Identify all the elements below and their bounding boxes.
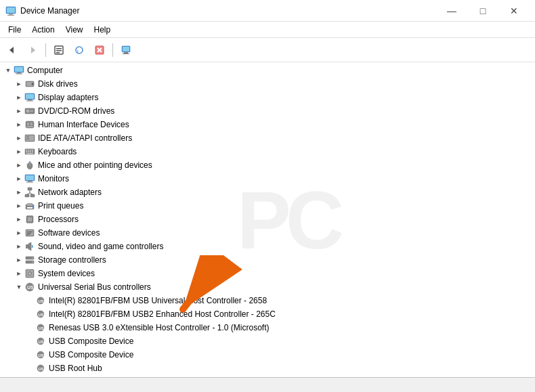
tree-item-disk-drives[interactable]: ► Disk drives bbox=[0, 77, 535, 91]
computer-icon bbox=[14, 65, 24, 76]
tree-item-usb-intel1[interactable]: USB Intel(R) 82801FB/FBM USB Universal H… bbox=[0, 294, 535, 307]
tree-item-usb[interactable]: ▼ USB Universal Serial Bus controllers bbox=[0, 280, 535, 294]
tree-item-usb-renesas[interactable]: USB Renesas USB 3.0 eXtensible Host Cont… bbox=[0, 321, 535, 334]
expand-sound[interactable]: ► bbox=[14, 241, 24, 252]
back-button[interactable] bbox=[3, 41, 22, 59]
menu-help[interactable]: Help bbox=[89, 24, 116, 36]
scan-button[interactable] bbox=[116, 41, 135, 59]
expand-ide[interactable]: ► bbox=[14, 133, 24, 144]
tree-item-monitors[interactable]: ► Monitors bbox=[0, 172, 535, 186]
expand-processors[interactable]: ► bbox=[14, 214, 24, 225]
menu-action[interactable]: Action bbox=[26, 24, 60, 36]
svg-rect-9 bbox=[56, 52, 60, 53]
close-button[interactable]: ✕ bbox=[498, 1, 530, 21]
svg-rect-44 bbox=[26, 150, 27, 151]
expand-mice[interactable]: ► bbox=[14, 160, 24, 171]
svg-text:USB: USB bbox=[39, 340, 47, 344]
usb-renesas-label: Renesas USB 3.0 eXtensible Host Controll… bbox=[49, 323, 269, 332]
tree-item-usb-root2[interactable]: USB USB Root Hub bbox=[0, 375, 535, 377]
forward-button[interactable] bbox=[23, 41, 42, 59]
svg-rect-16 bbox=[123, 47, 129, 51]
menu-view[interactable]: View bbox=[60, 24, 89, 36]
tree-item-system[interactable]: ► System devices bbox=[0, 267, 535, 280]
dvd-label: DVD/CD-ROM drives bbox=[38, 106, 114, 116]
tree-item-network[interactable]: ► Network adapters bbox=[0, 186, 535, 199]
update-driver-icon: i bbox=[74, 45, 85, 56]
svg-rect-46 bbox=[30, 150, 31, 151]
svg-text:USB: USB bbox=[27, 285, 35, 290]
usb-dev-icon-5: USB bbox=[35, 349, 46, 360]
toolbar-separator-1 bbox=[45, 43, 46, 57]
tree-item-keyboards[interactable]: ► Keyboards bbox=[0, 145, 535, 158]
tree-item-display-adapters[interactable]: ► Display adapters bbox=[0, 91, 535, 104]
expand-hid[interactable]: ► bbox=[14, 119, 24, 130]
usb-intel2-label: Intel(R) 82801FB/FBM USB2 Enhanced Host … bbox=[49, 309, 276, 319]
expand-dvd[interactable]: ► bbox=[14, 106, 24, 116]
expand-usb[interactable]: ▼ bbox=[14, 282, 24, 292]
forward-icon bbox=[27, 45, 38, 56]
svg-text:USB: USB bbox=[39, 326, 47, 330]
tree-item-hid[interactable]: ► Human Interface Devices bbox=[0, 118, 535, 131]
mice-label: Mice and other pointing devices bbox=[38, 160, 152, 170]
svg-rect-36 bbox=[27, 123, 29, 125]
usb-dev-icon-1: USB bbox=[35, 295, 46, 306]
expand-display[interactable]: ► bbox=[14, 92, 24, 103]
svg-rect-49 bbox=[28, 152, 29, 153]
expand-system[interactable]: ► bbox=[14, 268, 24, 279]
tree-item-usb-composite1[interactable]: USB USB Composite Device bbox=[0, 334, 535, 348]
properties-button[interactable] bbox=[49, 41, 68, 59]
toolbar-separator-2 bbox=[112, 43, 113, 57]
tree-item-sound[interactable]: ► Sound, video and game controllers bbox=[0, 240, 535, 253]
svg-rect-83 bbox=[26, 244, 28, 248]
system-devices-label: System devices bbox=[38, 269, 95, 278]
toolbar: i bbox=[0, 38, 535, 62]
tree-item-ide[interactable]: ► IDE ATA/ATAPI controllers bbox=[0, 131, 535, 145]
tree-item-dvd[interactable]: ► DVD/CD-ROM drives bbox=[0, 104, 535, 118]
expand-keyboards[interactable]: ► bbox=[14, 146, 24, 157]
svg-rect-80 bbox=[27, 232, 33, 232]
expand-print[interactable]: ► bbox=[14, 200, 24, 211]
update-driver-button[interactable]: i bbox=[70, 41, 89, 59]
maximize-button[interactable]: □ bbox=[467, 1, 498, 21]
expand-disk[interactable]: ► bbox=[14, 79, 24, 89]
tree-item-storage[interactable]: ► Storage controllers bbox=[0, 253, 535, 267]
network-adapters-label: Network adapters bbox=[38, 188, 102, 197]
app-icon bbox=[5, 5, 16, 16]
svg-rect-17 bbox=[124, 52, 128, 53]
tree-item-usb-intel2[interactable]: USB Intel(R) 82801FB/FBM USB2 Enhanced H… bbox=[0, 307, 535, 321]
svg-rect-82 bbox=[27, 234, 30, 235]
tree-item-processors[interactable]: ► Processors bbox=[0, 213, 535, 226]
sound-label: Sound, video and game controllers bbox=[38, 242, 163, 251]
usb-dev-icon-3: USB bbox=[35, 322, 46, 333]
expand-storage[interactable]: ► bbox=[14, 255, 24, 265]
menu-file[interactable]: File bbox=[3, 24, 26, 36]
status-bar bbox=[0, 377, 535, 392]
svg-text:i: i bbox=[77, 48, 79, 54]
keyboards-label: Keyboards bbox=[38, 147, 77, 156]
dvd-icon bbox=[24, 106, 35, 116]
svg-rect-45 bbox=[28, 150, 29, 151]
mouse-icon bbox=[24, 160, 35, 171]
tree-item-usb-root1[interactable]: USB USB Root Hub bbox=[0, 362, 535, 375]
svg-rect-62 bbox=[30, 194, 35, 197]
tree-area[interactable]: ▼ Computer ► Disk drives bbox=[0, 62, 535, 377]
minimize-button[interactable]: — bbox=[436, 1, 467, 21]
tree-item-software[interactable]: ► Software devices bbox=[0, 226, 535, 240]
svg-rect-57 bbox=[26, 175, 34, 180]
expand-network[interactable]: ► bbox=[14, 187, 24, 198]
svg-rect-42 bbox=[26, 138, 29, 139]
svg-rect-59 bbox=[26, 182, 33, 183]
expand-monitors[interactable]: ► bbox=[14, 173, 24, 184]
tree-item-usb-composite2[interactable]: USB USB Composite Device bbox=[0, 348, 535, 362]
svg-marker-4 bbox=[9, 47, 14, 53]
tree-item-print[interactable]: ► Print queues bbox=[0, 199, 535, 213]
tree-item-computer[interactable]: ▼ Computer bbox=[0, 64, 535, 77]
expand-software[interactable]: ► bbox=[14, 227, 24, 238]
tree-item-mice[interactable]: ► Mice and other pointing devices bbox=[0, 158, 535, 172]
svg-rect-37 bbox=[30, 123, 33, 125]
svg-rect-48 bbox=[26, 152, 27, 153]
storage-label: Storage controllers bbox=[38, 255, 106, 265]
uninstall-button[interactable] bbox=[90, 41, 109, 59]
expand-computer[interactable]: ▼ bbox=[3, 65, 14, 76]
window-title: Device Manager bbox=[20, 6, 79, 16]
